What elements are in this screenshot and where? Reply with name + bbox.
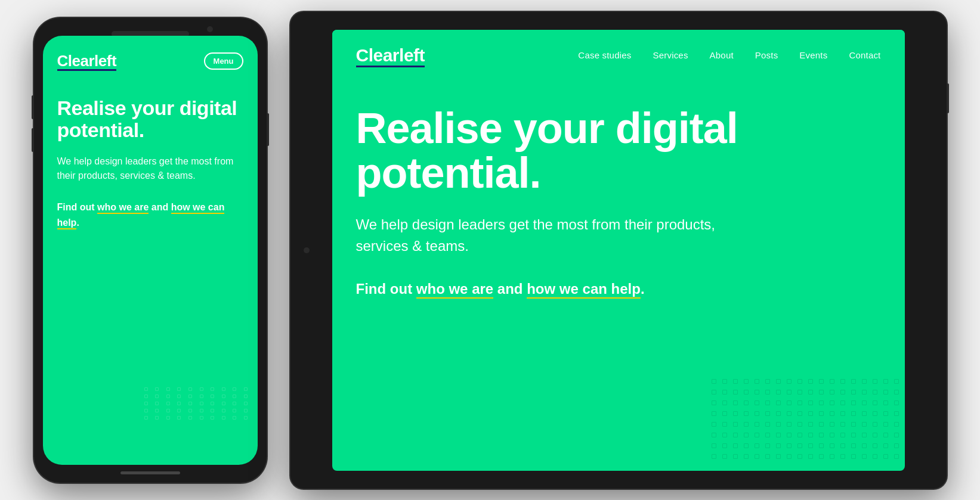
phone-hero-title: Realise your digital potential. xyxy=(57,97,243,142)
nav-case-studies[interactable]: Case studies xyxy=(578,50,631,60)
tablet-hero-title: Realise your digital potential. xyxy=(356,106,797,196)
phone-power-button xyxy=(267,113,269,146)
phone-cta: Find out who we are and how we can help. xyxy=(57,200,243,230)
tablet-content: Realise your digital potential. We help … xyxy=(332,76,905,471)
tablet-header: Clearleft Case studies Services About Po… xyxy=(332,30,905,76)
nav-events[interactable]: Events xyxy=(799,50,827,60)
tablet-hero-subtitle: We help design leaders get the most from… xyxy=(356,214,762,257)
nav-posts[interactable]: Posts xyxy=(755,50,778,60)
phone-vol-down-button xyxy=(32,128,34,152)
phone-logo: Clearleft xyxy=(57,53,117,69)
tablet-who-we-are-link[interactable]: who we are xyxy=(416,281,493,299)
tablet-screen: Clearleft Case studies Services About Po… xyxy=(332,30,905,471)
phone-header: Clearleft Menu xyxy=(43,36,258,79)
nav-about[interactable]: About xyxy=(710,50,734,60)
phone-menu-button[interactable]: Menu xyxy=(204,52,243,70)
tablet-logo-underline xyxy=(356,66,425,67)
tablet-device: Clearleft Case studies Services About Po… xyxy=(290,12,947,489)
tablet-cta: Find out who we are and how we can help. xyxy=(356,278,881,300)
tablet-navigation: Case studies Services About Posts Events… xyxy=(578,50,880,60)
phone-screen: Clearleft Menu Realise your digital pote… xyxy=(43,36,258,465)
nav-services[interactable]: Services xyxy=(653,50,688,60)
nav-contact[interactable]: Contact xyxy=(849,50,880,60)
phone-device: Clearleft Menu Realise your digital pote… xyxy=(34,18,267,483)
phone-content: Realise your digital potential. We help … xyxy=(43,79,258,245)
phone-camera xyxy=(207,26,213,32)
tablet-logo: Clearleft xyxy=(356,46,425,64)
logo-underline xyxy=(57,69,117,71)
phone-who-we-are-link[interactable]: who we are xyxy=(97,202,149,214)
phone-vol-up-button xyxy=(32,95,34,119)
tablet-camera xyxy=(304,247,310,253)
tablet-how-we-can-help-link[interactable]: how we can help xyxy=(527,281,641,299)
phone-hero-subtitle: We help design leaders get the most from… xyxy=(57,154,243,183)
phone-home-bar xyxy=(120,471,180,474)
tablet-dot-pattern xyxy=(706,373,905,465)
tablet-power-button xyxy=(947,83,949,113)
phone-dot-pattern xyxy=(138,381,258,441)
